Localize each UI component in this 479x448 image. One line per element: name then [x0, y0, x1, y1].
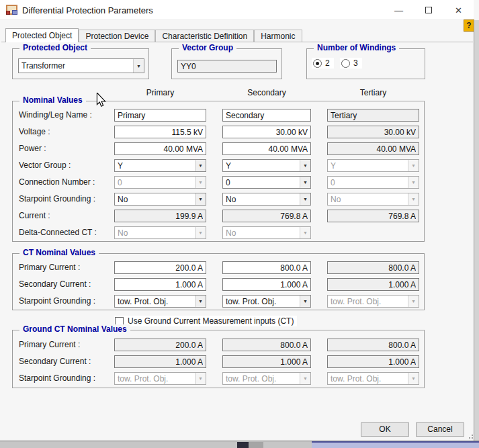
combo-value: No [331, 195, 341, 204]
current-primary-field [114, 210, 206, 222]
nominal-values-group: Nominal Values Winding/Leg Name : Voltag… [12, 101, 425, 242]
combo-value: tow. Prot. Obj. [331, 297, 381, 306]
row-label: Delta-Connected CT : [19, 224, 97, 241]
ct-secondary-current-primary-field[interactable] [114, 278, 206, 291]
help-button[interactable]: ? [464, 19, 474, 32]
ground-ct-starpoint-grounding-row: Starpoint Grounding : tow. Prot. Obj.▼ t… [19, 370, 424, 387]
combo-value: No [118, 228, 128, 238]
dropdown-arrow-icon: ▼ [195, 193, 206, 205]
use-ground-ct-checkbox-row[interactable]: Use Ground Current Measurement inputs (C… [114, 316, 297, 326]
voltage-primary-field[interactable] [114, 126, 206, 138]
power-tertiary-field [327, 142, 419, 155]
cancel-button[interactable]: Cancel [416, 422, 464, 437]
ct-primary-current-secondary-field[interactable] [222, 261, 311, 274]
row-label: Primary Current : [19, 337, 80, 353]
dropdown-arrow-icon: ▼ [408, 193, 419, 205]
winding-name-primary-field[interactable] [114, 109, 206, 122]
vector-group-label: Vector Group [179, 43, 236, 52]
winding-name-tertiary-field [327, 109, 419, 122]
row-label: Secondary Current : [19, 353, 91, 370]
power-secondary-field[interactable] [222, 142, 311, 155]
voltage-row: Voltage : [19, 124, 424, 140]
protected-object-group: Protected Object Transformer ▼ [12, 48, 149, 79]
tab-harmonic[interactable]: Harmonic [254, 30, 302, 42]
ct-starpoint-tertiary-combo: tow. Prot. Obj.▼ [327, 295, 419, 308]
dropdown-arrow-icon: ▼ [408, 177, 419, 188]
number-of-windings-group: Number of Windings 2 3 [306, 48, 425, 79]
ground-ct-nominal-values-label: Ground CT Nominal Values [19, 324, 130, 334]
ground-ct-secondary-current-primary-field [114, 355, 206, 368]
voltage-secondary-field[interactable] [222, 126, 311, 138]
row-label: Starpoint Grounding : [19, 191, 95, 208]
maximize-button[interactable] [413, 0, 443, 20]
row-label: Power : [19, 140, 46, 157]
windings-radio-3[interactable]: 3 [340, 58, 362, 69]
background-window-scrollbar [474, 20, 479, 441]
combo-value: Y [331, 161, 336, 171]
number-of-windings-label: Number of Windings [314, 43, 399, 52]
minimize-button[interactable]: — [384, 0, 414, 20]
vector-group-row: Vector Group : Y▼ Y▼ Y▼ [19, 157, 424, 174]
ct-secondary-current-secondary-field[interactable] [222, 278, 311, 291]
combo-value: tow. Prot. Obj. [226, 374, 276, 384]
connection-number-row: Connection Number : 0▼ 0▼ 0▼ [19, 174, 424, 191]
dropdown-arrow-icon: ▼ [300, 373, 310, 384]
starpoint-primary-combo[interactable]: No▼ [114, 193, 206, 206]
ct-starpoint-secondary-combo[interactable]: tow. Prot. Obj.▼ [222, 295, 311, 308]
combo-value: 0 [226, 178, 230, 187]
ct-primary-current-primary-field[interactable] [114, 261, 206, 274]
dropdown-arrow-icon: ▼ [300, 227, 310, 238]
vector-group-secondary-combo[interactable]: Y▼ [222, 159, 311, 172]
tab-protected-object[interactable]: Protected Object [5, 28, 79, 42]
starpoint-tertiary-combo: No▼ [327, 193, 419, 206]
ct-primary-current-tertiary-field [327, 261, 419, 274]
winding-leg-name-row: Winding/Leg Name : [19, 107, 424, 124]
tab-bar: Protected Object Protection Device Chara… [5, 28, 302, 42]
combo-value: No [118, 195, 128, 204]
ct-nominal-values-label: CT Nominal Values [19, 248, 99, 257]
ground-ct-primary-current-primary-field [114, 339, 206, 351]
starpoint-grounding-row: Starpoint Grounding : No▼ No▼ No▼ [19, 191, 424, 208]
connection-number-secondary-combo[interactable]: 0▼ [222, 176, 311, 189]
close-button[interactable]: ✕ [443, 0, 474, 20]
background-window-edge [0, 441, 479, 448]
ct-starpoint-grounding-row: Starpoint Grounding : tow. Prot. Obj.▼ t… [19, 293, 424, 310]
ground-ct-secondary-current-secondary-field [222, 355, 311, 368]
windings-radio-2[interactable]: 2 [312, 58, 334, 69]
vector-group-field [177, 60, 277, 73]
combo-value: No [226, 228, 236, 238]
ct-starpoint-primary-combo[interactable]: tow. Prot. Obj.▼ [114, 295, 206, 308]
radio-selected-icon [313, 59, 322, 68]
dropdown-arrow-icon: ▼ [195, 160, 206, 171]
ground-ct-secondary-current-tertiary-field [327, 355, 419, 368]
tab-protection-device[interactable]: Protection Device [79, 30, 155, 42]
maximize-icon [425, 7, 432, 13]
combo-value: 0 [118, 178, 122, 187]
row-label: Vector Group : [19, 157, 71, 174]
combo-value: Y [118, 161, 123, 171]
combo-value: No [226, 195, 236, 204]
row-label: Primary Current : [19, 259, 80, 276]
use-ground-ct-checkbox-label: Use Ground Current Measurement inputs (C… [128, 316, 294, 326]
row-label: Winding/Leg Name : [19, 107, 92, 124]
radio-3-label: 3 [353, 58, 358, 68]
voltage-tertiary-field [327, 126, 419, 138]
starpoint-secondary-combo[interactable]: No▼ [222, 193, 311, 206]
protected-object-combo[interactable]: Transformer ▼ [18, 58, 144, 73]
ground-ct-starpoint-secondary-combo: tow. Prot. Obj.▼ [222, 372, 311, 385]
combo-value: Y [226, 161, 231, 171]
dropdown-arrow-icon: ▼ [300, 177, 310, 188]
delta-ct-secondary-combo: No▼ [222, 226, 311, 239]
dropdown-arrow-icon: ▼ [408, 373, 419, 384]
winding-name-secondary-field[interactable] [222, 109, 311, 122]
dropdown-arrow-icon: ▼ [300, 160, 310, 171]
combo-value: tow. Prot. Obj. [226, 297, 276, 306]
row-label: Current : [19, 208, 50, 224]
power-primary-field[interactable] [114, 142, 206, 155]
ok-button[interactable]: OK [361, 422, 409, 437]
vector-group-primary-combo[interactable]: Y▼ [114, 159, 206, 172]
background-window-dark-block [237, 442, 249, 448]
nominal-values-label: Nominal Values [19, 95, 86, 105]
tab-characteristic-definition[interactable]: Characteristic Definition [155, 30, 254, 42]
ground-ct-primary-current-secondary-field [222, 339, 311, 351]
